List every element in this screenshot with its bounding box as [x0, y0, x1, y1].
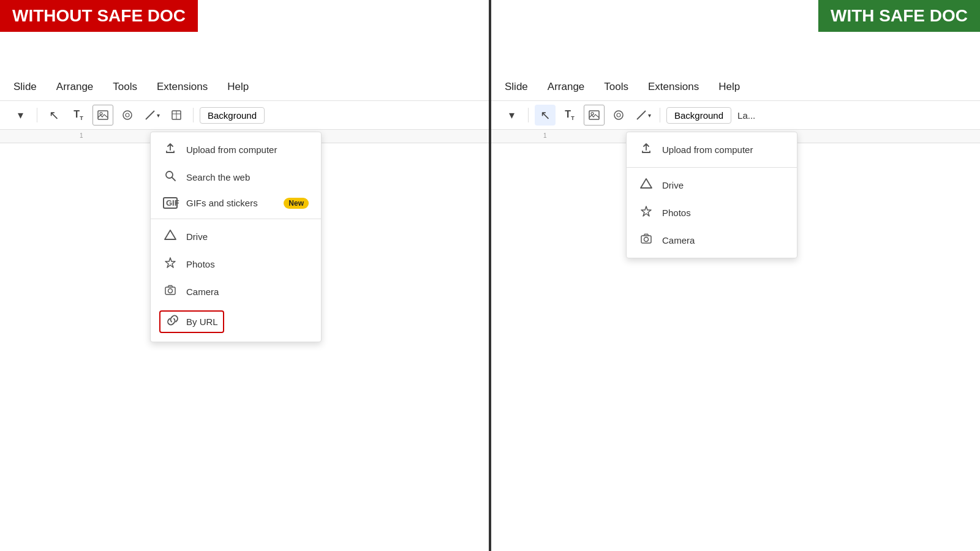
left-dropdown-menu: Upload from computer Search the web GIF … [150, 132, 322, 342]
right-banner: WITH SAFE DOC [818, 0, 980, 32]
image-icon-right [589, 110, 600, 121]
menu-tools-right[interactable]: Tools [600, 78, 632, 96]
camera-icon [163, 284, 178, 299]
drive-icon [163, 229, 178, 244]
camera-icon-right [639, 233, 654, 248]
zoom-dropdown-right[interactable]: ▾ [501, 105, 522, 126]
text-tool-left[interactable]: TT [68, 105, 89, 126]
menu-extensions-right[interactable]: Extensions [644, 78, 703, 96]
line-dropdown-arrow: ▾ [157, 112, 160, 119]
table-icon [171, 110, 182, 121]
menu-slide-left[interactable]: Slide [10, 78, 40, 96]
dropdown-arrow-icon: ▾ [18, 108, 23, 122]
menu-arrange-right[interactable]: Arrange [544, 78, 588, 96]
image-tool-left[interactable] [92, 105, 113, 126]
line-tool-right[interactable]: ▾ [633, 105, 654, 126]
gif-icon: GIF [163, 197, 178, 209]
left-menu-photos[interactable]: Photos [151, 250, 321, 278]
right-menu-camera[interactable]: Camera [627, 227, 797, 254]
right-drive-label: Drive [662, 180, 684, 190]
camera-label: Camera [186, 287, 219, 297]
new-badge: New [284, 198, 309, 209]
svg-point-12 [168, 289, 173, 293]
zoom-dropdown-left[interactable]: ▾ [10, 105, 31, 126]
svg-point-3 [126, 113, 129, 117]
line-icon [145, 110, 156, 121]
drive-icon-right [639, 178, 654, 193]
line-dropdown-arrow-right: ▾ [648, 112, 651, 119]
url-icon [165, 314, 180, 329]
ruler-num-left: 1 [80, 132, 83, 139]
shapes-icon [121, 109, 134, 121]
menu-extensions-left[interactable]: Extensions [153, 78, 211, 96]
upload-label: Upload from computer [186, 144, 277, 155]
by-url-label: By URL [186, 317, 218, 327]
left-menu-upload[interactable]: Upload from computer [151, 136, 321, 163]
photos-icon-right [639, 205, 654, 220]
image-tool-right[interactable] [584, 105, 605, 126]
svg-rect-13 [589, 111, 599, 119]
left-menu-gifs[interactable]: GIF GIFs and stickers New [151, 191, 321, 215]
photos-icon [163, 257, 178, 272]
gifs-label: GIFs and stickers [186, 198, 258, 208]
image-icon [97, 110, 108, 121]
svg-point-8 [166, 171, 173, 178]
text-tool-icon: TT [74, 109, 83, 121]
left-banner: WITHOUT SAFE DOC [0, 0, 198, 32]
shapes-tool-right[interactable] [608, 105, 629, 126]
right-menu-upload[interactable]: Upload from computer [627, 136, 797, 163]
right-dropdown-sep [627, 167, 797, 168]
toolbar-divider-right-2 [660, 108, 660, 122]
upload-icon [163, 142, 178, 157]
left-menu-drive[interactable]: Drive [151, 223, 321, 250]
right-camera-label: Camera [662, 235, 695, 246]
svg-point-15 [614, 111, 623, 119]
left-panel: WITHOUT SAFE DOC Slide Arrange Tools Ext… [0, 0, 491, 551]
right-menu-bar: Slide Arrange Tools Extensions Help [491, 73, 980, 101]
right-dropdown-menu: Upload from computer Drive Photos [626, 132, 797, 258]
right-panel: WITH SAFE DOC Slide Arrange Tools Extens… [491, 0, 980, 551]
table-tool-left[interactable] [166, 105, 187, 126]
svg-point-16 [617, 113, 620, 117]
right-menu-drive[interactable]: Drive [627, 171, 797, 199]
svg-line-9 [172, 178, 175, 181]
right-upload-label: Upload from computer [662, 144, 753, 155]
svg-point-14 [591, 113, 594, 115]
menu-arrange-left[interactable]: Arrange [53, 78, 97, 96]
line-tool-left[interactable]: ▾ [141, 105, 162, 126]
svg-point-2 [123, 111, 132, 119]
search-web-label: Search the web [186, 172, 250, 182]
left-dropdown-sep [151, 219, 321, 219]
menu-help-left[interactable]: Help [224, 78, 252, 96]
shapes-tool-left[interactable] [117, 105, 138, 126]
toolbar-divider-1 [37, 108, 37, 122]
right-photos-label: Photos [662, 208, 691, 218]
svg-line-4 [146, 111, 154, 119]
left-menu-camera[interactable]: Camera [151, 278, 321, 305]
layout-label-right: La... [737, 110, 755, 121]
left-menu-search[interactable]: Search the web [151, 163, 321, 191]
upload-icon-right [639, 142, 654, 157]
dropdown-arrow-icon-right: ▾ [509, 108, 514, 122]
menu-slide-right[interactable]: Slide [501, 78, 532, 96]
menu-tools-left[interactable]: Tools [109, 78, 141, 96]
shapes-icon-right [612, 109, 625, 121]
background-btn-right[interactable]: Background [666, 107, 731, 124]
text-tool-right[interactable]: TT [559, 105, 580, 126]
svg-marker-18 [641, 179, 652, 188]
svg-marker-10 [165, 230, 176, 239]
right-toolbar: ▾ ↖ TT ▾ Background La... [491, 101, 980, 130]
line-icon-right [636, 110, 647, 121]
cursor-tool-right[interactable]: ↖ [535, 105, 556, 126]
search-icon [163, 170, 178, 185]
right-menu-photos[interactable]: Photos [627, 199, 797, 227]
toolbar-divider-right-1 [528, 108, 529, 122]
left-toolbar: ▾ ↖ TT ▾ [0, 101, 489, 130]
left-menu-bar: Slide Arrange Tools Extensions Help [0, 73, 489, 101]
left-menu-by-url[interactable]: By URL [151, 305, 321, 338]
toolbar-divider-2 [193, 108, 194, 122]
svg-point-20 [644, 238, 649, 242]
menu-help-right[interactable]: Help [715, 78, 744, 96]
cursor-tool-left[interactable]: ↖ [43, 105, 64, 126]
background-btn-left[interactable]: Background [200, 107, 265, 124]
